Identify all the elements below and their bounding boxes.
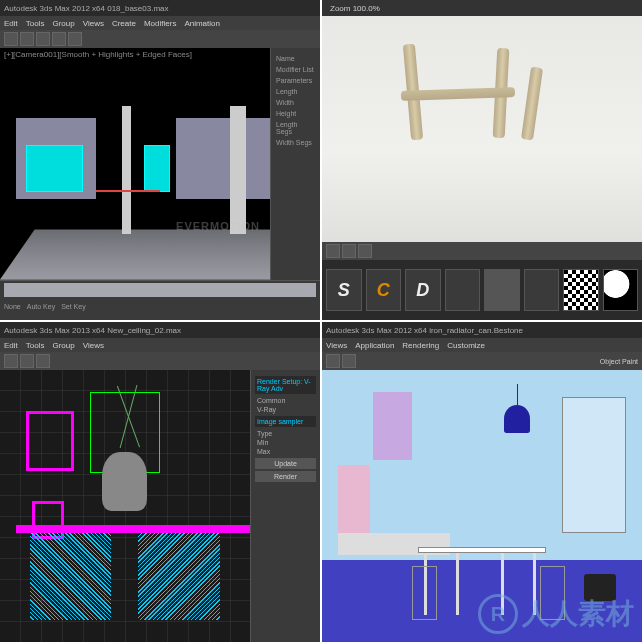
status-text: None [4,303,21,310]
toolbar-label: Object Paint [600,358,638,365]
chair-leg [521,66,543,140]
section-header: Image sampler [255,416,316,427]
time-slider[interactable] [4,283,316,297]
table-wireframe [16,525,288,620]
zoom-header: Zoom 100.0% [322,0,642,16]
snap-tool-icon[interactable] [68,32,82,46]
app-title: Autodesk 3ds Max 2012 x64 iron_radiator_… [326,326,523,335]
menu-views[interactable]: Views [83,19,104,28]
title-bar: Autodesk 3ds Max 2012 x64 iron_radiator_… [322,322,642,338]
app-title: Autodesk 3ds Max 2012 x64 018_base03.max [4,4,169,13]
tool-icon[interactable] [358,244,372,258]
panel-item: Width Segs [275,138,316,147]
table-top-wire [16,525,288,533]
3dsmax-wireframe-panel: Autodesk 3ds Max 2013 x64 New_ceiling_02… [0,322,320,642]
main-toolbar: Object Paint [322,352,642,370]
select-tool-icon[interactable] [4,32,18,46]
tool-icon[interactable] [326,244,340,258]
site-watermark: R 人人素材 [478,594,634,634]
panel-item: Height [275,109,316,118]
material-slot-empty[interactable] [445,269,481,311]
material-slot-d[interactable]: D [405,269,441,311]
column-geometry [230,106,246,234]
status-bar: None Auto Key Set Key [0,299,320,313]
lamp-shade [504,405,530,432]
param-item: Min [255,438,316,447]
material-strip: S C D [322,260,642,320]
main-toolbar [0,352,320,370]
param-item: Type [255,429,316,438]
watermark-logo-icon: R [478,594,518,634]
material-slot-checker[interactable] [563,269,599,311]
tool-icon[interactable] [342,244,356,258]
chair-geometry [412,566,438,620]
menu-views[interactable]: Views [83,341,104,350]
edge-geometry [96,190,160,192]
tool-icon[interactable] [36,354,50,368]
command-panel: Name Modifier List Parameters Length Wid… [270,48,320,280]
tool-icon[interactable] [20,354,34,368]
selected-geometry [26,145,84,191]
rotate-tool-icon[interactable] [36,32,50,46]
lamp-cord [517,384,518,406]
chair-wire [30,533,112,620]
panel-item[interactable]: Name [275,54,316,63]
column-geometry [122,106,132,234]
cabinet-geometry [373,392,411,460]
chair-render [370,39,578,152]
tool-icon[interactable] [342,354,356,368]
param-item: Max [255,447,316,456]
panel-item[interactable]: Modifier List [275,65,316,74]
render-viewport[interactable] [322,16,642,242]
panel-item: Parameters [275,76,316,85]
menu-tools[interactable]: Tools [26,19,45,28]
table-leg [456,553,459,615]
menu-bar: Edit Tools Group Views [0,338,320,352]
autokey-button[interactable]: Auto Key [27,303,55,310]
title-bar: Autodesk 3ds Max 2012 x64 018_base03.max [0,0,320,16]
material-slot-c[interactable]: C [366,269,402,311]
material-slot-sphere[interactable] [603,269,639,311]
panel-item: Width [275,98,316,107]
menu-create[interactable]: Create [112,19,136,28]
move-tool-icon[interactable] [20,32,34,46]
material-slot-s[interactable]: S [326,269,362,311]
render-title: Render Setup: V-Ray Adv [255,376,316,394]
render-preview-panel: Zoom 100.0% S C D [322,0,642,320]
tool-icon[interactable] [4,354,18,368]
menu-customize[interactable]: Customize [447,341,485,350]
menu-rendering[interactable]: Rendering [402,341,439,350]
timeline: None Auto Key Set Key [0,280,320,320]
menu-animation[interactable]: Animation [184,19,220,28]
menu-group[interactable]: Group [52,19,74,28]
menu-group[interactable]: Group [52,341,74,350]
material-slot-vray[interactable] [484,269,520,311]
menu-tools[interactable]: Tools [26,341,45,350]
perspective-viewport[interactable]: [+][Camera001][Smooth + Highlights + Edg… [0,48,320,280]
setkey-button[interactable]: Set Key [61,303,86,310]
window-geometry [562,397,626,533]
material-slot-empty[interactable] [524,269,560,311]
tab-common[interactable]: Common [255,396,316,405]
tab-vray[interactable]: V-Ray [255,405,316,414]
watermark-text: 人人素材 [522,595,634,633]
title-bar: Autodesk 3ds Max 2013 x64 New_ceiling_02… [0,322,320,338]
menu-edit[interactable]: Edit [4,19,18,28]
main-toolbar [0,30,320,48]
zoom-label: Zoom 100.0% [330,4,380,13]
scale-tool-icon[interactable] [52,32,66,46]
render-button[interactable]: Render [255,471,316,482]
3dsmax-perspective-panel: Autodesk 3ds Max 2012 x64 018_base03.max… [0,0,320,320]
menu-modifiers[interactable]: Modifiers [144,19,176,28]
wireframe-viewport[interactable]: Render Setup: V-Ray Adv Common V-Ray Ima… [0,370,320,642]
app-title: Autodesk 3ds Max 2013 x64 New_ceiling_02… [4,326,181,335]
branch-geometry [109,384,147,466]
wall-geometry [176,118,272,199]
tool-icon[interactable] [326,354,340,368]
menu-edit[interactable]: Edit [4,341,18,350]
menu-app[interactable]: Application [355,341,394,350]
panel-item: Length [275,87,316,96]
update-button[interactable]: Update [255,458,316,469]
panel-item: Length Segs [275,120,316,136]
menu-views[interactable]: Views [326,341,347,350]
